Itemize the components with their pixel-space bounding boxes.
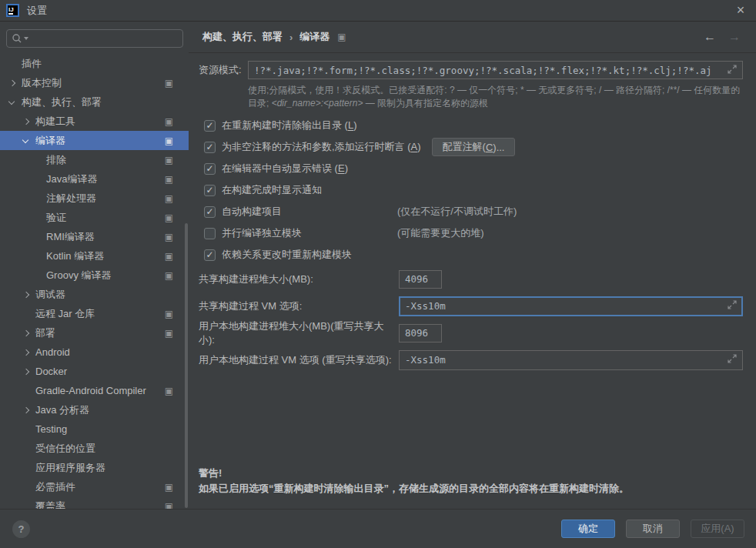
shared-heap-size-field[interactable]: 4096 — [399, 270, 442, 289]
chevron-right-icon[interactable] — [23, 292, 35, 297]
checkbox-label: 在编辑器中自动显示错误 (E) — [222, 162, 348, 175]
sidebar-item-required-plugins[interactable]: 必需插件 ▣ — [0, 477, 189, 496]
user-vm-options-field[interactable]: -Xss10m — [399, 350, 743, 370]
sidebar-item-label: Groovy 编译器 — [46, 269, 112, 282]
checkbox-clear-output-directory[interactable]: ✓ — [204, 120, 216, 132]
checkbox-show-errors-in-editor[interactable]: ✓ — [204, 163, 216, 175]
help-segment-italic: <dir_name>:<pattern> — [272, 98, 363, 109]
sidebar-item-label: Docker — [35, 366, 67, 377]
sidebar-item-label: Java编译器 — [46, 172, 97, 186]
sidebar-item-label: 调试器 — [35, 288, 65, 302]
chevron-right-icon[interactable] — [23, 408, 35, 413]
field-value: 8096 — [405, 327, 428, 339]
breadcrumb-separator-icon: › — [289, 32, 293, 43]
settings-page-icon: ▣ — [165, 213, 173, 222]
sidebar-item-kotlin-compiler[interactable]: Kotlin 编译器 ▣ — [0, 246, 189, 266]
checkbox-compile-modules-in-parallel[interactable] — [204, 228, 216, 239]
chevron-right-icon[interactable] — [9, 81, 22, 85]
shared-vm-options-field[interactable]: -Xss10m — [399, 296, 743, 316]
sidebar-item-label: 编译器 — [35, 134, 65, 148]
checkbox-show-build-notification[interactable]: ✓ — [204, 185, 216, 196]
help-icon[interactable]: ? — [12, 520, 30, 538]
sidebar-item-excludes[interactable]: 排除 ▣ — [0, 150, 189, 169]
checkbox-group: ✓ 在重新构建时清除输出目录 (L) ✓ 为非空注释的方法和参数,添加运行时断言… — [199, 115, 756, 266]
sidebar-item-label: RMI编译器 — [46, 230, 95, 244]
sidebar-item-compiler[interactable]: 编译器 ▣ — [0, 131, 189, 150]
settings-page-icon: ▣ — [165, 175, 173, 184]
sidebar-item-label: Java 分析器 — [35, 403, 89, 417]
close-icon[interactable]: × — [725, 0, 756, 22]
chevron-right-icon[interactable] — [23, 350, 35, 355]
breadcrumb-item-compiler: 编译器 — [299, 30, 329, 44]
resource-patterns-field[interactable]: !?*.java;!?*.form;!?*.class;!?*.groovy;!… — [248, 61, 743, 79]
checkbox-row-build-notification: ✓ 在构建完成时显示通知 — [204, 179, 756, 201]
checkbox-build-project-automatically[interactable]: ✓ — [204, 206, 216, 218]
user-heap-size-field[interactable]: 8096 — [399, 324, 442, 342]
sidebar-item-debugger[interactable]: 调试器 — [0, 285, 189, 304]
title-bar: IJ 设置 × — [0, 0, 756, 22]
settings-page-icon: ▣ — [165, 232, 173, 242]
cancel-button[interactable]: 取消 — [626, 520, 680, 538]
sidebar-item-java-profiler[interactable]: Java 分析器 — [0, 400, 189, 419]
field-value: -Xss10m — [405, 300, 446, 312]
ok-button[interactable]: 确定 — [561, 520, 615, 538]
sidebar-item-android[interactable]: Android — [0, 342, 189, 362]
expand-icon[interactable] — [728, 300, 737, 312]
configure-annotations-button[interactable]: 配置注解(C)... — [432, 138, 516, 156]
field-label: 用户本地构建过程 VM 选项 (重写共享选项): — [199, 353, 399, 367]
chevron-right-icon[interactable] — [23, 119, 35, 124]
help-segment: — 限制为具有指定名称的源根 — [363, 98, 488, 109]
settings-page-icon: ▣ — [165, 194, 173, 203]
shared-heap-size-row: 共享构建进程堆大小(MB): 4096 — [199, 266, 756, 292]
compiler-settings-content: 资源模式: !?*.java;!?*.form;!?*.class;!?*.gr… — [189, 53, 756, 509]
sidebar-item-label: 构建工具 — [35, 115, 75, 129]
sidebar-item-label: 应用程序服务器 — [35, 461, 105, 475]
checkbox-row-build-automatically: ✓ 自动构建项目 (仅在不运行/不调试时工作) — [204, 201, 756, 222]
breadcrumb: 构建、执行、部署 › 编译器 ▣ ← → — [189, 22, 756, 53]
sidebar-item-validation[interactable]: 验证 ▣ — [0, 208, 189, 227]
checkbox-rebuild-modules-on-dependency-change[interactable]: ✓ — [204, 249, 216, 261]
chevron-right-icon[interactable] — [23, 331, 35, 336]
dialog-footer: ? 确定 取消 应用(A) — [0, 509, 756, 548]
dialog-body: 插件 版本控制 ▣ 构建、执行、部署 构建工具 ▣ — [0, 22, 756, 509]
checkbox-runtime-assertions[interactable]: ✓ — [204, 142, 216, 153]
sidebar-item-docker[interactable]: Docker — [0, 362, 189, 381]
search-input[interactable] — [6, 29, 183, 48]
sidebar-item-label: 构建、执行、部署 — [22, 95, 102, 109]
settings-page-icon: ▣ — [165, 502, 173, 510]
chevron-right-icon[interactable] — [23, 369, 35, 374]
sidebar-item-build-execution-deployment[interactable]: 构建、执行、部署 — [0, 92, 189, 112]
chevron-down-icon[interactable] — [9, 101, 22, 104]
history-nav: ← → — [704, 30, 741, 44]
apply-button: 应用(A) — [691, 520, 744, 538]
sidebar-item-groovy-compiler[interactable]: Groovy 编译器 ▣ — [0, 266, 189, 285]
settings-tree: 插件 版本控制 ▣ 构建、执行、部署 构建工具 ▣ — [0, 54, 189, 509]
checkbox-label: 自动构建项目 — [222, 205, 282, 219]
sidebar-item-plugins[interactable]: 插件 — [0, 54, 189, 73]
back-arrow-icon[interactable]: ← — [704, 30, 716, 44]
sidebar-item-remote-jar-repositories[interactable]: 远程 Jar 仓库 ▣ — [0, 304, 189, 323]
expand-icon[interactable] — [728, 354, 737, 366]
breadcrumb-item-build-execution-deployment[interactable]: 构建、执行、部署 — [202, 30, 283, 44]
sidebar-item-rmi-compiler[interactable]: RMI编译器 ▣ — [0, 227, 189, 246]
user-heap-size-row: 用户本地构建进程堆大小(MB)(重写共享大小): 8096 — [199, 319, 756, 346]
field-value: 4096 — [405, 273, 428, 285]
sidebar-item-trusted-locations[interactable]: 受信任的位置 — [0, 439, 189, 458]
expand-icon[interactable] — [728, 65, 737, 76]
sidebar-item-annotation-processors[interactable]: 注解处理器 ▣ — [0, 189, 189, 208]
checkbox-row-rebuild-on-dependency-change: ✓ 依赖关系更改时重新构建模块 — [204, 244, 756, 266]
sidebar-item-label: 注解处理器 — [46, 192, 96, 206]
sidebar-item-build-tools[interactable]: 构建工具 ▣ — [0, 112, 189, 131]
sidebar-item-deployment[interactable]: 部署 ▣ — [0, 323, 189, 342]
sidebar-item-coverage[interactable]: 覆盖率 ▣ — [0, 496, 189, 509]
sidebar-scrollbar[interactable] — [185, 223, 188, 508]
sidebar-item-gradle-android-compiler[interactable]: Gradle-Android Compiler ▣ — [0, 381, 189, 400]
sidebar-item-version-control[interactable]: 版本控制 ▣ — [0, 73, 189, 92]
sidebar-item-application-servers[interactable]: 应用程序服务器 — [0, 458, 189, 477]
checkbox-label: 在构建完成时显示通知 — [222, 183, 322, 197]
sidebar-item-testing[interactable]: Testing — [0, 419, 189, 439]
chevron-down-icon[interactable] — [23, 139, 35, 142]
sidebar-item-java-compiler[interactable]: Java编译器 ▣ — [0, 169, 189, 189]
search-options-caret-icon[interactable] — [24, 37, 28, 40]
user-vm-options-row: 用户本地构建过程 VM 选项 (重写共享选项): -Xss10m — [199, 346, 756, 373]
